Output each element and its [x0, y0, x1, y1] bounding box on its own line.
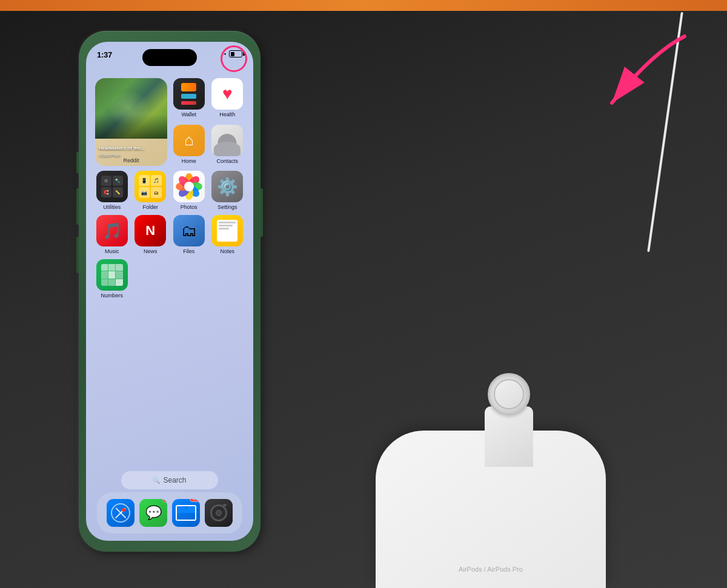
app-icon-files[interactable]: 🗂 Files: [172, 215, 206, 254]
app-icon-home[interactable]: ⌂ Home: [172, 125, 206, 167]
notes-icon: [211, 215, 243, 246]
contacts-label: Contacts: [216, 158, 238, 164]
camera-icon: [205, 499, 233, 527]
watch-charger: [479, 370, 539, 467]
mute-button[interactable]: [76, 152, 79, 173]
gear-icon: ⚙️: [217, 177, 238, 197]
dock-safari[interactable]: [107, 499, 134, 527]
dock: 💬 1 3,667: [97, 492, 242, 533]
app-icon-numbers[interactable]: Numbers: [95, 259, 129, 299]
notes-label: Notes: [220, 248, 234, 254]
status-right-icons: ▪▪: [222, 50, 242, 58]
contacts-icon: [211, 125, 243, 156]
signal-icon: ▪▪: [222, 51, 227, 57]
app-icon-wallet[interactable]: Wallet: [172, 78, 206, 120]
music-icon: 🎵: [96, 215, 128, 246]
search-bar[interactable]: 🔍 Search: [121, 471, 218, 489]
app-icon-notes[interactable]: Notes: [211, 215, 245, 254]
app-icon-folder[interactable]: 📱 🎵 📷 🗂 Folder: [134, 171, 168, 210]
watch-charger-inner: [494, 379, 524, 409]
photos-icon: [173, 171, 205, 202]
airpods-label: AirPods / AirPods Pro: [459, 566, 523, 573]
folder-label: Folder: [142, 204, 158, 210]
status-time: 1:37: [97, 50, 112, 59]
battery-fill: [231, 52, 235, 56]
health-label: Health: [219, 111, 235, 117]
numbers-icon: [96, 259, 128, 291]
wallet-label: Wallet: [181, 111, 196, 117]
photos-label: Photos: [181, 204, 198, 210]
utilities-label: Utilities: [103, 204, 121, 210]
app-grid: Headwaters of the... r/EarthPorn Reddit …: [92, 75, 247, 302]
mail-badge: 3,667: [190, 499, 200, 502]
reddit-widget[interactable]: Headwaters of the... r/EarthPorn Reddit: [95, 78, 167, 166]
home-icon: ⌂: [173, 125, 205, 156]
numbers-table-icon: [101, 264, 123, 286]
top-strip: [0, 0, 727, 11]
news-label: News: [144, 248, 158, 254]
health-icon: ♥: [211, 78, 243, 110]
app-icon-contacts[interactable]: Contacts: [211, 125, 245, 167]
safari-icon: [107, 499, 134, 527]
iphone-device: 1:37 ▪▪ Headwaters of the... r/EarthPorn…: [79, 31, 261, 552]
utilities-icon: ⚙ 🔦 🧲 📏: [96, 171, 128, 202]
music-label: Music: [105, 248, 119, 254]
app-icon-health[interactable]: ♥ Health: [211, 78, 245, 120]
watch-charger-head: [488, 373, 530, 415]
home-label: Home: [182, 158, 196, 164]
news-icon: N: [134, 215, 166, 246]
app-icon-settings[interactable]: ⚙️ Settings: [211, 171, 245, 210]
reddit-widget-subtitle: r/EarthPorn: [99, 153, 164, 157]
watch-charger-base: [485, 406, 533, 467]
iphone-screen: 1:37 ▪▪ Headwaters of the... r/EarthPorn…: [86, 42, 253, 541]
wallet-icon: [173, 78, 205, 110]
reddit-widget-image: [95, 78, 167, 139]
app-icon-utilities[interactable]: ⚙ 🔦 🧲 📏 Utilities: [95, 171, 129, 210]
files-label: Files: [183, 248, 194, 254]
power-button[interactable]: [261, 188, 263, 237]
search-label: Search: [163, 476, 186, 484]
messages-badge: 1: [162, 499, 167, 503]
files-icon: 🗂: [173, 215, 205, 246]
app-icon-music[interactable]: 🎵 Music: [95, 215, 129, 254]
app-icon-photos[interactable]: Photos: [172, 171, 206, 210]
folder-icon: 📱 🎵 📷 🗂: [134, 171, 166, 202]
messages-icon: 💬 1: [139, 499, 167, 527]
dock-camera[interactable]: [205, 499, 233, 527]
reddit-widget-title: Headwaters of the...: [99, 145, 164, 151]
dock-messages[interactable]: 💬 1: [139, 499, 167, 527]
app-icon-news[interactable]: N News: [134, 215, 168, 254]
settings-label: Settings: [217, 204, 237, 210]
settings-icon: ⚙️: [211, 171, 243, 202]
numbers-label: Numbers: [101, 292, 123, 299]
mail-icon: 3,667: [172, 499, 200, 527]
dock-mail[interactable]: 3,667: [172, 499, 200, 527]
volume-up-button[interactable]: [76, 188, 79, 225]
battery-icon: [229, 50, 242, 58]
reddit-widget-appname: Reddit: [123, 157, 139, 164]
volume-down-button[interactable]: [76, 237, 79, 273]
dynamic-island: [142, 49, 197, 66]
